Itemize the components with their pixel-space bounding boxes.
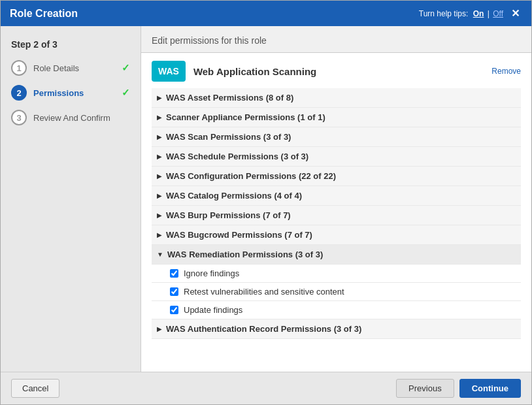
list-item: ▶ WAS Scan Permissions (3 of 3) bbox=[152, 127, 521, 147]
dialog-body: Step 2 of 3 1 Role Details ✓ 2 Permissio… bbox=[1, 26, 531, 372]
step-1-name: Role Details bbox=[33, 63, 79, 73]
list-item: ▶ Scanner Appliance Permissions (1 of 1) bbox=[152, 108, 521, 127]
permission-label: WAS Bugcrowd Permissions (7 of 7) bbox=[166, 230, 312, 240]
step-1: 1 Role Details ✓ bbox=[11, 60, 130, 76]
permission-list: ▶ WAS Asset Permissions (8 of 8) ▶ Scann… bbox=[152, 88, 521, 339]
permission-row-was-schedule[interactable]: ▶ WAS Schedule Permissions (3 of 3) bbox=[152, 147, 521, 167]
was-badge: WAS bbox=[152, 61, 186, 82]
permission-row-was-config[interactable]: ▶ WAS Configuration Permissions (22 of 2… bbox=[152, 167, 521, 186]
help-tips-off[interactable]: Off bbox=[493, 9, 503, 18]
list-item: ▶ WAS Catalog Permissions (4 of 4) bbox=[152, 186, 521, 206]
role-creation-dialog: Role Creation Turn help tips: On | Off ✕… bbox=[0, 0, 532, 405]
arrow-icon: ▶ bbox=[157, 212, 162, 219]
arrow-icon: ▶ bbox=[157, 325, 162, 332]
arrow-icon: ▶ bbox=[157, 172, 162, 180]
close-button[interactable]: ✕ bbox=[508, 7, 522, 20]
permission-label: WAS Burp Permissions (7 of 7) bbox=[166, 210, 291, 220]
arrow-icon: ▶ bbox=[157, 192, 162, 199]
footer-right: Previous Continue bbox=[396, 379, 521, 398]
permission-label: WAS Remediation Permissions (3 of 3) bbox=[167, 250, 323, 259]
list-item: ▶ WAS Burp Permissions (7 of 7) bbox=[152, 206, 521, 225]
permission-label: Scanner Appliance Permissions (1 of 1) bbox=[166, 112, 325, 122]
step-1-number: 1 bbox=[11, 60, 27, 76]
permission-row-scanner[interactable]: ▶ Scanner Appliance Permissions (1 of 1) bbox=[152, 108, 521, 127]
permission-label: WAS Schedule Permissions (3 of 3) bbox=[166, 152, 308, 161]
step-3: 3 Review And Confirm bbox=[11, 110, 130, 125]
retest-vulnerabilities-label[interactable]: Retest vulnerabilities and sensitive con… bbox=[184, 287, 344, 297]
retest-vulnerabilities-checkbox[interactable] bbox=[170, 287, 178, 296]
content-area: WAS Web Application Scanning Remove ▶ WA… bbox=[141, 53, 531, 372]
help-tips-on[interactable]: On bbox=[473, 9, 484, 18]
permission-row-was-bugcrowd[interactable]: ▶ WAS Bugcrowd Permissions (7 of 7) bbox=[152, 225, 521, 245]
sub-item-retest: Retest vulnerabilities and sensitive con… bbox=[152, 283, 521, 301]
help-tips-sep: | bbox=[488, 9, 490, 18]
was-title: Web Application Scanning bbox=[193, 66, 484, 77]
permission-label: WAS Configuration Permissions (22 of 22) bbox=[166, 171, 336, 181]
update-findings-label[interactable]: Update findings bbox=[184, 305, 242, 315]
main-header: Edit permissions for this role bbox=[141, 26, 531, 53]
help-tips-label: Turn help tips: bbox=[419, 9, 469, 18]
arrow-icon: ▶ bbox=[157, 153, 162, 160]
arrow-icon: ▶ bbox=[157, 114, 162, 121]
step-2-check: ✓ bbox=[122, 87, 130, 99]
list-item: ▼ WAS Remediation Permissions (3 of 3) I… bbox=[152, 245, 521, 319]
sub-item-update-findings: Update findings bbox=[152, 301, 521, 319]
step-2[interactable]: 2 Permissions ✓ bbox=[11, 85, 130, 101]
sub-items-remediation: Ignore findings Retest vulnerabilities a… bbox=[152, 265, 521, 319]
sidebar: Step 2 of 3 1 Role Details ✓ 2 Permissio… bbox=[1, 26, 141, 372]
list-item: ▶ WAS Authentication Record Permissions … bbox=[152, 319, 521, 339]
step-2-name: Permissions bbox=[33, 88, 84, 98]
arrow-icon: ▼ bbox=[157, 251, 163, 258]
list-item: ▶ WAS Configuration Permissions (22 of 2… bbox=[152, 167, 521, 186]
help-tips: Turn help tips: On | Off bbox=[419, 9, 503, 18]
section-title: Edit permissions for this role bbox=[152, 35, 521, 46]
arrow-icon: ▶ bbox=[157, 94, 162, 101]
permission-label: WAS Authentication Record Permissions (3… bbox=[166, 324, 361, 334]
dialog-title: Role Creation bbox=[10, 8, 78, 20]
was-header: WAS Web Application Scanning Remove bbox=[152, 61, 521, 82]
list-item: ▶ WAS Schedule Permissions (3 of 3) bbox=[152, 147, 521, 167]
permission-row-was-asset[interactable]: ▶ WAS Asset Permissions (8 of 8) bbox=[152, 88, 521, 108]
step-1-check: ✓ bbox=[122, 62, 130, 74]
ignore-findings-checkbox[interactable] bbox=[170, 269, 178, 278]
permission-label: WAS Catalog Permissions (4 of 4) bbox=[166, 191, 302, 201]
dialog-footer: Cancel Previous Continue bbox=[1, 372, 531, 404]
list-item: ▶ WAS Asset Permissions (8 of 8) bbox=[152, 88, 521, 108]
step-2-number: 2 bbox=[11, 85, 27, 101]
arrow-icon: ▶ bbox=[157, 231, 162, 238]
continue-button[interactable]: Continue bbox=[459, 379, 521, 398]
step-3-number: 3 bbox=[11, 110, 27, 125]
permission-row-was-scan[interactable]: ▶ WAS Scan Permissions (3 of 3) bbox=[152, 127, 521, 147]
cancel-button[interactable]: Cancel bbox=[11, 379, 59, 398]
header-right: Turn help tips: On | Off ✕ bbox=[419, 7, 522, 20]
permission-row-was-burp[interactable]: ▶ WAS Burp Permissions (7 of 7) bbox=[152, 206, 521, 225]
step-label: Step 2 of 3 bbox=[11, 39, 130, 50]
permission-label: WAS Asset Permissions (8 of 8) bbox=[166, 93, 293, 103]
permission-row-was-auth[interactable]: ▶ WAS Authentication Record Permissions … bbox=[152, 319, 521, 339]
permission-row-was-remediation[interactable]: ▼ WAS Remediation Permissions (3 of 3) bbox=[152, 245, 521, 265]
list-item: ▶ WAS Bugcrowd Permissions (7 of 7) bbox=[152, 225, 521, 245]
remove-link[interactable]: Remove bbox=[491, 67, 521, 76]
previous-button[interactable]: Previous bbox=[396, 379, 454, 398]
sub-item-ignore-findings: Ignore findings bbox=[152, 265, 521, 283]
ignore-findings-label[interactable]: Ignore findings bbox=[184, 268, 239, 278]
dialog-header: Role Creation Turn help tips: On | Off ✕ bbox=[1, 1, 531, 26]
update-findings-checkbox[interactable] bbox=[170, 306, 178, 314]
arrow-icon: ▶ bbox=[157, 133, 162, 140]
permission-row-was-catalog[interactable]: ▶ WAS Catalog Permissions (4 of 4) bbox=[152, 186, 521, 206]
main-content: Edit permissions for this role WAS Web A… bbox=[141, 26, 531, 372]
step-3-name: Review And Confirm bbox=[33, 113, 110, 123]
permission-label: WAS Scan Permissions (3 of 3) bbox=[166, 132, 291, 142]
